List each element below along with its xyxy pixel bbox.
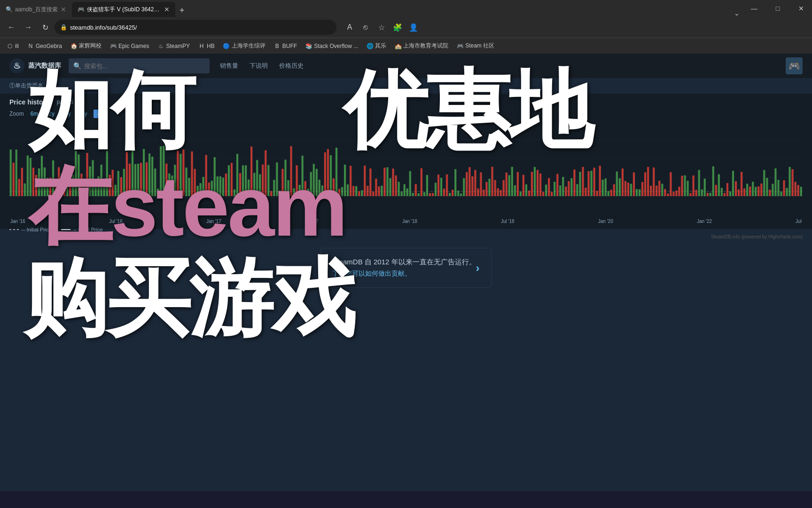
svg-rect-182 [511, 167, 513, 196]
translate-button[interactable]: A [342, 20, 357, 35]
svg-rect-232 [653, 167, 655, 196]
svg-rect-22 [58, 167, 60, 196]
new-tab-button[interactable]: + [175, 4, 188, 17]
zoom-6y[interactable]: 6y [78, 110, 91, 118]
bookmark-steampy[interactable]: ♨ SteamPY [154, 41, 194, 51]
svg-rect-195 [548, 178, 550, 196]
svg-rect-101 [281, 169, 283, 196]
svg-rect-131 [367, 186, 368, 196]
steam-login-button[interactable]: 🎮 [786, 57, 803, 74]
bookmark-icon-xuesheng: 🔵 [223, 43, 230, 49]
svg-rect-277 [780, 191, 782, 196]
svg-rect-167 [468, 167, 470, 196]
svg-rect-65 [180, 154, 181, 196]
svg-rect-264 [743, 189, 745, 196]
svg-rect-26 [69, 166, 71, 196]
svg-rect-93 [259, 174, 261, 196]
close-button[interactable]: ✕ [790, 0, 812, 17]
tab-baidu[interactable]: 🔍 aamdb_百度搜索 ✕ [0, 2, 72, 17]
svg-rect-210 [590, 171, 592, 196]
steamdb-search-bar[interactable]: 🔍 [69, 58, 210, 73]
bookmark-button[interactable]: ☆ [374, 20, 389, 35]
svg-rect-228 [641, 182, 643, 196]
bookmark-jiahui[interactable]: 🏠 家辉网校 [67, 40, 105, 51]
bookmark-icon-edu: 🏫 [395, 43, 401, 49]
reload-button[interactable]: ↻ [38, 20, 53, 35]
nav-description[interactable]: 下说明 [247, 60, 271, 72]
svg-rect-135 [378, 186, 380, 196]
svg-rect-185 [520, 191, 522, 196]
maximize-button[interactable]: □ [767, 0, 789, 17]
bookmark-stackoverflow[interactable]: 📚 Stack Overflow ... [302, 41, 362, 51]
donate-text: SteamDB 自 2012 年以来一直在无广告运行。 了解您可以如何做出贡献。 [332, 258, 476, 278]
svg-rect-191 [537, 170, 539, 196]
tab-overflow-button[interactable]: ⌄ [730, 9, 743, 17]
svg-rect-8 [18, 179, 20, 196]
bookmark-edu[interactable]: 🏫 上海市教育考试院 [391, 40, 452, 51]
svg-rect-137 [383, 167, 385, 196]
zoom-2y[interactable]: 2y [45, 110, 58, 118]
svg-rect-39 [106, 151, 108, 196]
bookmark-hb[interactable]: H HB [195, 41, 219, 51]
zoom-all[interactable]: all [94, 110, 107, 118]
bookmark-xuesheng[interactable]: 🔵 上海学生综评 [219, 40, 269, 51]
svg-rect-226 [636, 189, 638, 196]
legend-label-initial: -- Initial Price [22, 227, 52, 232]
svg-rect-178 [500, 190, 502, 196]
tab-favicon-steamdb: 🎮 [78, 6, 84, 13]
bookmark-epic[interactable]: 🎮 Epic Games [106, 41, 153, 51]
extension-button[interactable]: 🧩 [390, 20, 405, 35]
svg-rect-38 [103, 186, 105, 196]
svg-rect-16 [41, 156, 43, 196]
svg-rect-279 [786, 188, 788, 196]
search-icon: 🔍 [73, 62, 81, 70]
forward-button[interactable]: → [21, 20, 36, 35]
nav-price-history[interactable]: 价格历史 [276, 60, 306, 72]
svg-rect-237 [667, 193, 669, 196]
svg-rect-13 [32, 168, 34, 196]
svg-rect-174 [488, 179, 490, 196]
svg-rect-152 [426, 175, 428, 196]
svg-rect-49 [134, 164, 136, 196]
svg-rect-212 [596, 191, 598, 196]
donate-banner[interactable]: SteamDB 自 2012 年以来一直在无广告运行。 了解您可以如何做出贡献。… [320, 248, 491, 288]
bookmark-label-edu: 上海市教育考试院 [403, 42, 448, 50]
tab-close-baidu[interactable]: ✕ [61, 6, 66, 13]
svg-rect-103 [287, 180, 289, 196]
tab-favicon-baidu: 🔍 [6, 6, 12, 13]
svg-rect-213 [599, 166, 601, 196]
profile-button[interactable]: 👤 [406, 20, 421, 35]
bookmark-buff[interactable]: B BUFF [270, 41, 301, 51]
zoom-3y[interactable]: 3y [61, 110, 75, 118]
svg-rect-263 [741, 172, 742, 196]
svg-rect-118 [330, 155, 332, 196]
minimize-button[interactable]: — [743, 0, 765, 17]
svg-rect-217 [610, 190, 612, 196]
tab-close-steamdb[interactable]: ✕ [164, 6, 170, 13]
svg-rect-91 [253, 173, 255, 196]
svg-rect-157 [440, 178, 442, 196]
svg-rect-34 [92, 160, 94, 196]
zoom-6m[interactable]: 6m [27, 110, 42, 118]
svg-rect-96 [267, 165, 269, 196]
bookmark-geogebra[interactable]: N GeoGebra [23, 41, 66, 51]
bookmark-steam-community[interactable]: 🎮 Steam 社区 [453, 40, 498, 51]
price-chart-area: Jan '16 Jul '16 Jan '17 Jul '17 Jan '18 … [9, 121, 803, 224]
bookmark-icon-stackoverflow: 📚 [305, 43, 312, 49]
donate-arrow-icon: › [476, 262, 480, 275]
tab-steamdb[interactable]: 🎮 侠盗猎车手 V (SubID 36425) · S ✕ [72, 2, 175, 17]
bookmark-ili[interactable]: ⬡ ili [3, 41, 23, 51]
svg-rect-20 [52, 160, 54, 196]
svg-rect-280 [789, 167, 790, 196]
bookmark-qile[interactable]: 🌐 其乐 [363, 40, 390, 51]
chart-title: Price history [9, 98, 49, 106]
back-button[interactable]: ← [4, 20, 19, 35]
svg-rect-208 [585, 188, 586, 196]
share-button[interactable]: ⎋ [358, 20, 373, 35]
svg-rect-122 [341, 187, 343, 196]
svg-rect-246 [692, 175, 694, 196]
svg-rect-63 [174, 165, 176, 196]
url-bar[interactable]: 🔒 steamdb.info/sub/36425/ [55, 20, 336, 35]
search-input[interactable] [84, 63, 205, 70]
nav-sales[interactable]: 销售量 [217, 60, 241, 72]
